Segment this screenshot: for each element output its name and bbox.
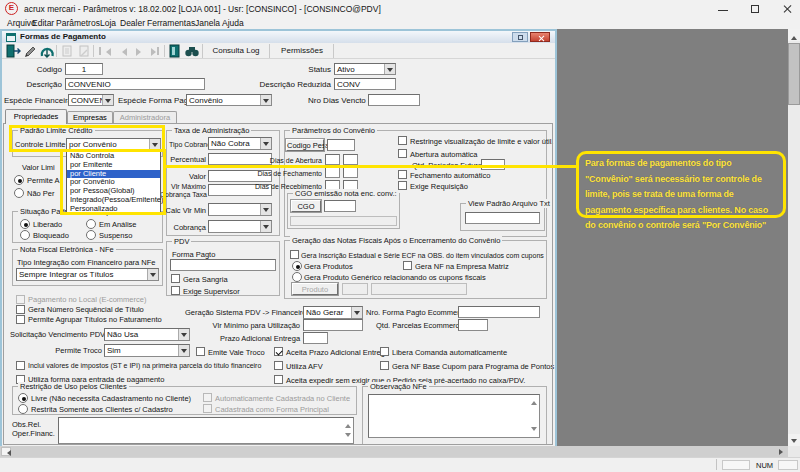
exit-button[interactable]: [5, 44, 21, 58]
cabinet-button[interactable]: [167, 44, 183, 58]
next-record-button-disabled: [130, 44, 146, 58]
close-button[interactable]: [774, 0, 800, 18]
minimize-icon: [718, 10, 728, 11]
especie-financeira-value: CONVEN: [71, 96, 105, 105]
next-record-icon: [136, 48, 145, 56]
descricao-reduzida-input[interactable]: CONV: [334, 78, 396, 90]
maximize-button[interactable]: [742, 0, 768, 18]
edit-button[interactable]: [22, 44, 38, 58]
codigo-value: 1: [66, 65, 102, 74]
maximize-icon: [751, 5, 759, 13]
app-icon: E: [5, 2, 18, 15]
scroll-left-button[interactable]: [1, 447, 11, 456]
restore-icon: [518, 35, 523, 40]
nro-dias-vencto-input[interactable]: [368, 94, 420, 106]
menu-dealer[interactable]: Dealer: [120, 18, 145, 29]
search-binoculars-icon: [184, 44, 200, 58]
chevron-down-icon[interactable]: [260, 95, 271, 105]
toolbar-separator: [56, 45, 57, 57]
menu-ferramentas[interactable]: Ferramentas: [147, 18, 195, 29]
permissoes-button-disabled: Permissões: [272, 43, 332, 58]
last-record-icon: [157, 47, 159, 55]
annotation-connector-line: [165, 165, 577, 168]
scroll-left-icon: [4, 450, 11, 456]
highlight-rectangle-dropdown: [60, 149, 166, 215]
horizontal-scrollbar[interactable]: [0, 446, 788, 457]
menu-editar[interactable]: Editar: [32, 18, 54, 29]
prev-record-button-disabled: [113, 44, 129, 58]
especie-forma-pagto-label: Espécie Forma Pagto: [118, 96, 195, 106]
toolbar-separator: [93, 45, 94, 57]
doc2-icon: [76, 44, 92, 58]
toolbar-separator: [269, 44, 270, 58]
first-record-button-disabled: [96, 44, 112, 58]
statusbar-cell: [722, 460, 750, 470]
minimize-button[interactable]: [710, 0, 736, 18]
status-select[interactable]: Ativo: [334, 63, 396, 75]
doc-icon: [59, 44, 75, 58]
menu-janela[interactable]: Janela: [195, 18, 220, 29]
scroll-up-icon: [791, 33, 797, 40]
prev-record-icon: [118, 48, 127, 56]
descricao-input[interactable]: CONVENIO: [65, 78, 205, 90]
codigo-input[interactable]: 1: [65, 63, 103, 75]
toolbar-separator: [164, 45, 165, 57]
scroll-up-button[interactable]: [788, 29, 800, 41]
first-record-icon: [102, 48, 111, 56]
menu-ajuda[interactable]: Ajuda: [222, 18, 244, 29]
codigo-label: Código: [20, 65, 62, 75]
toolbar-separator: [333, 44, 334, 58]
edit-pencil-icon: [22, 44, 38, 58]
close-icon: [537, 33, 545, 42]
especie-forma-pagto-value: Convênio: [189, 96, 223, 105]
descricao-value: CONVENIO: [68, 80, 111, 89]
menu-parametros[interactable]: Parâmetros: [56, 18, 100, 29]
close-icon: [782, 3, 792, 15]
child-close-button[interactable]: [530, 32, 550, 42]
scroll-down-icon: [791, 439, 797, 446]
num-lock-indicator: NUM: [756, 461, 773, 471]
annotation-callout: Para formas de pagamentos do tipo "Convê…: [576, 151, 786, 218]
doc2-button-disabled: [76, 44, 92, 58]
last-record-button-disabled: [147, 44, 163, 58]
statusbar-cell: [778, 460, 798, 470]
scroll-right-button[interactable]: [776, 447, 786, 456]
status-value: Ativo: [337, 65, 355, 74]
scroll-down-button[interactable]: [788, 434, 800, 446]
child-restore-button[interactable]: [512, 32, 528, 42]
descricao-reduzida-value: CONV: [337, 80, 360, 89]
especie-forma-pagto-select[interactable]: Convênio: [186, 94, 272, 106]
especie-financeira-select[interactable]: CONVEN: [68, 94, 114, 106]
especie-financeira-label: Espécie Financeira: [4, 96, 72, 106]
status-label: Status: [291, 65, 331, 75]
chevron-down-icon[interactable]: [384, 64, 395, 74]
last-record-icon: [151, 48, 160, 56]
first-record-icon: [99, 47, 101, 55]
toolbar-separator: [202, 44, 203, 58]
consulta-log-button[interactable]: Consulta Log: [204, 43, 268, 58]
form-icon: [6, 33, 16, 42]
nro-dias-vencto-label: Nro Dias Vencto: [308, 96, 366, 106]
statusbar-separator: [716, 459, 717, 470]
window-title: acrux mercari - Parâmetros v: 18.02.002 …: [24, 0, 381, 18]
screen: E acrux mercari - Parâmetros v: 18.02.00…: [0, 0, 800, 472]
doc-button-disabled: [59, 44, 75, 58]
import-icon: [39, 44, 55, 58]
vertical-scrollbar-thumb[interactable]: [788, 43, 800, 105]
highlight-rectangle: [9, 125, 165, 152]
chevron-down-icon[interactable]: [102, 95, 113, 105]
import-button[interactable]: [39, 44, 55, 58]
scroll-right-icon: [779, 449, 786, 455]
statusbar: [0, 457, 800, 472]
scrollbar-corner: [788, 446, 800, 457]
menu-loja[interactable]: Loja: [100, 18, 116, 29]
descricao-reduzida-label: Descrição Reduzida: [251, 80, 331, 90]
search-button[interactable]: [184, 44, 200, 58]
descricao-label: Descrição: [20, 80, 62, 90]
child-title: Formas de Pagamento: [20, 31, 106, 43]
cabinet-icon: [167, 44, 183, 58]
tab-propriedades[interactable]: Propriedades: [5, 109, 67, 124]
exit-door-icon: [5, 44, 21, 58]
